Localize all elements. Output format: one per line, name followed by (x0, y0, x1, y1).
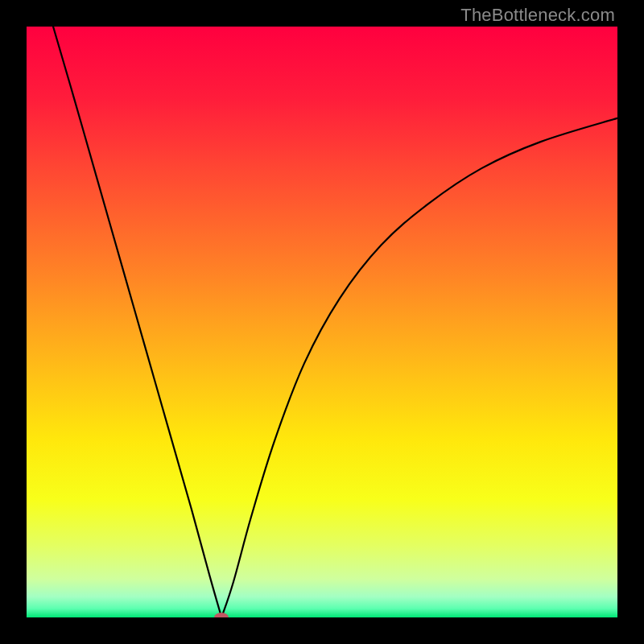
optimal-point-marker (214, 613, 229, 617)
bottleneck-curve (27, 27, 617, 617)
chart-frame: TheBottleneck.com (0, 0, 644, 644)
watermark-text: TheBottleneck.com (460, 5, 615, 26)
plot-area (27, 27, 617, 617)
